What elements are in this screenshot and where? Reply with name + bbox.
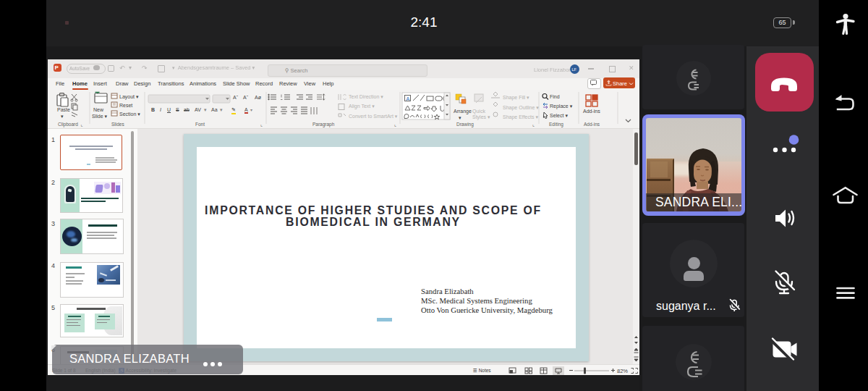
svg-text:A: A <box>407 96 410 101</box>
svg-text:82%: 82% <box>617 368 628 374</box>
